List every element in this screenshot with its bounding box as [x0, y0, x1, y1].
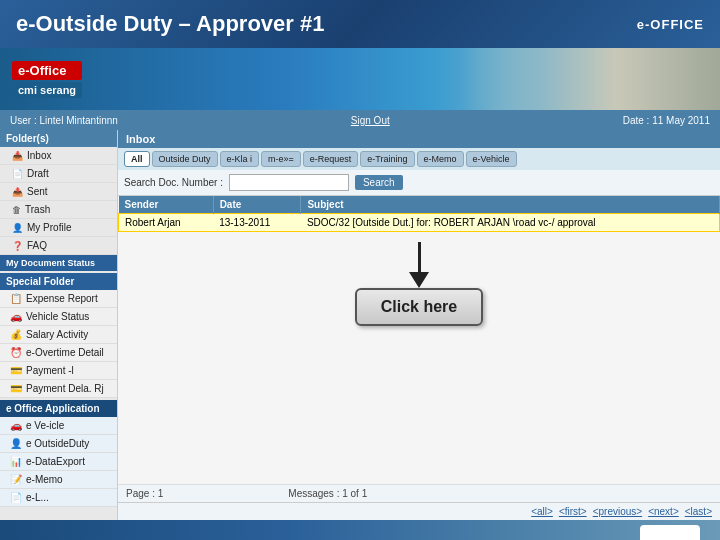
- search-input[interactable]: [229, 174, 349, 191]
- inbox-table-container: Sender Date Subject Robert Arjan 13-13-2…: [118, 196, 720, 484]
- sidebar-item-profile[interactable]: 👤 My Profile: [0, 219, 117, 237]
- sidebar-item-label: e-DataExport: [26, 456, 85, 467]
- eoutsideduty-icon: 👤: [10, 438, 22, 449]
- table-header-row: Sender Date Subject: [119, 196, 720, 214]
- pagination-next[interactable]: <next>: [648, 506, 679, 517]
- tab-training[interactable]: e-Training: [360, 151, 414, 167]
- sidebar-item-label: Salary Activity: [26, 329, 88, 340]
- page-info: Page : 1 Messages : 1 of 1: [118, 484, 720, 502]
- sidebar-item-label: Expense Report: [26, 293, 98, 304]
- sidebar-item-edataexport[interactable]: 📊 e-DataExport: [0, 453, 117, 471]
- main-layout: Folder(s) 📥 Inbox 📄 Draft 📤 Sent 🗑 Trash…: [0, 130, 720, 520]
- sidebar-item-overtime[interactable]: ⏰ e-Overtime Detail: [0, 344, 117, 362]
- user-label: User : Lintel Mintantinnn: [10, 115, 118, 126]
- pagination-first[interactable]: <first>: [559, 506, 587, 517]
- col-date: Date: [213, 196, 301, 214]
- arrow-shaft: [418, 242, 421, 272]
- inbox-table: Sender Date Subject Robert Arjan 13-13-2…: [118, 196, 720, 232]
- expense-icon: 📋: [10, 293, 22, 304]
- search-row: Search Doc. Number : Search: [118, 170, 720, 196]
- vehicle-status-icon: 🚗: [10, 311, 22, 322]
- tab-memo[interactable]: e-Memo: [417, 151, 464, 167]
- edataexport-icon: 📊: [10, 456, 22, 467]
- click-here-annotation: Click here: [118, 242, 720, 326]
- title-logo: e-OFFICE: [637, 17, 704, 32]
- tab-ekla[interactable]: e-Kla i: [220, 151, 260, 167]
- sidebar-item-ememo[interactable]: 📝 e-Memo: [0, 471, 117, 489]
- message-count: Messages : 1 of 1: [288, 488, 367, 499]
- logo-cmi: cmi serang: [12, 82, 82, 98]
- header-logo: e-Office cmi serang: [12, 61, 82, 98]
- search-button[interactable]: Search: [355, 175, 403, 190]
- pagination-last[interactable]: <last>: [685, 506, 712, 517]
- cell-date: 13-13-2011: [213, 214, 301, 232]
- tab-request[interactable]: e-Request: [303, 151, 359, 167]
- sidebar-item-draft[interactable]: 📄 Draft: [0, 165, 117, 183]
- user-bar: User : Lintel Mintantinnn Sign Out Date …: [0, 110, 720, 130]
- sidebar-item-el[interactable]: 📄 e-L...: [0, 489, 117, 507]
- sidebar-item-label: Payment -l: [26, 365, 74, 376]
- tab-outside-duty[interactable]: Outside Duty: [152, 151, 218, 167]
- faq-icon: ❓: [12, 241, 23, 251]
- sidebar-item-label: Draft: [27, 168, 49, 179]
- sidebar: Folder(s) 📥 Inbox 📄 Draft 📤 Sent 🗑 Trash…: [0, 130, 118, 520]
- sidebar-item-faq[interactable]: ❓ FAQ: [0, 237, 117, 255]
- payment-dela-icon: 💳: [10, 383, 22, 394]
- sidebar-item-label: FAQ: [27, 240, 47, 251]
- logo-eoffice: e-Office: [12, 61, 82, 80]
- sidebar-item-label: e-Overtime Detail: [26, 347, 104, 358]
- sidebar-doc-status: My Document Status: [0, 255, 117, 271]
- cell-sender: Robert Arjan: [119, 214, 214, 232]
- sign-out-button[interactable]: Sign Out: [351, 115, 390, 126]
- sidebar-item-label: Sent: [27, 186, 48, 197]
- page-title: e-Outside Duty – Approver #1: [16, 11, 324, 37]
- header-banner: e-Office cmi serang: [0, 48, 720, 110]
- sidebar-item-vehicle-status[interactable]: 🚗 Vehicle Status: [0, 308, 117, 326]
- inbox-icon: 📥: [12, 151, 23, 161]
- tabs-row: All Outside Duty e-Kla i m-e»= e-Request…: [118, 148, 720, 170]
- tab-all[interactable]: All: [124, 151, 150, 167]
- page-number: Page : 1: [126, 488, 163, 499]
- sidebar-item-label: e Ve-icle: [26, 420, 64, 431]
- sidebar-app-title: e Office Application: [0, 400, 117, 417]
- sidebar-item-label: e OutsideDuty: [26, 438, 89, 449]
- draft-icon: 📄: [12, 169, 23, 179]
- sidebar-item-label: Trash: [25, 204, 50, 215]
- sidebar-item-label: Vehicle Status: [26, 311, 89, 322]
- sidebar-item-sent[interactable]: 📤 Sent: [0, 183, 117, 201]
- col-subject: Subject: [301, 196, 720, 214]
- sidebar-item-label: Inbox: [27, 150, 51, 161]
- arrow-head: [409, 272, 429, 288]
- sidebar-item-payment-dela[interactable]: 💳 Payment Dela. Rj: [0, 380, 117, 398]
- tab-vehicle[interactable]: e-Vehicle: [466, 151, 517, 167]
- sidebar-item-label: Payment Dela. Rj: [26, 383, 104, 394]
- salary-icon: 💰: [10, 329, 22, 340]
- sidebar-item-label: My Profile: [27, 222, 71, 233]
- date-label: Date : 11 May 2011: [623, 115, 710, 126]
- inbox-header: Inbox: [118, 130, 720, 148]
- content-area: Inbox All Outside Duty e-Kla i m-e»= e-R…: [118, 130, 720, 520]
- sidebar-item-label: e-Memo: [26, 474, 63, 485]
- sidebar-item-salary[interactable]: 💰 Salary Activity: [0, 326, 117, 344]
- sidebar-item-label: e-L...: [26, 492, 49, 503]
- search-label: Search Doc. Number :: [124, 177, 223, 188]
- tab-me[interactable]: m-e»=: [261, 151, 301, 167]
- sidebar-item-eoutsideduty[interactable]: 👤 e OutsideDuty: [0, 435, 117, 453]
- sidebar-item-payment1[interactable]: 💳 Payment -l: [0, 362, 117, 380]
- cell-subject: SDOC/32 [Outside Dut.] for: ROBERT ARJAN…: [301, 214, 720, 232]
- table-row[interactable]: Robert Arjan 13-13-2011 SDOC/32 [Outside…: [119, 214, 720, 232]
- pagination-all[interactable]: <all>: [531, 506, 553, 517]
- title-bar: e-Outside Duty – Approver #1 e-OFFICE: [0, 0, 720, 48]
- sidebar-item-inbox[interactable]: 📥 Inbox: [0, 147, 117, 165]
- pagination-row: <all> <first> <previous> <next> <last>: [118, 502, 720, 520]
- sidebar-item-trash[interactable]: 🗑 Trash: [0, 201, 117, 219]
- sidebar-item-evehicle[interactable]: 🚗 e Ve-icle: [0, 417, 117, 435]
- pagination-previous[interactable]: <previous>: [593, 506, 642, 517]
- bottom-logo: e-Office cmi serang: [640, 525, 700, 540]
- header-image: [460, 48, 720, 110]
- sidebar-item-expense[interactable]: 📋 Expense Report: [0, 290, 117, 308]
- click-here-button[interactable]: Click here: [355, 288, 483, 326]
- profile-icon: 👤: [12, 223, 23, 233]
- el-icon: 📄: [10, 492, 22, 503]
- payment1-icon: 💳: [10, 365, 22, 376]
